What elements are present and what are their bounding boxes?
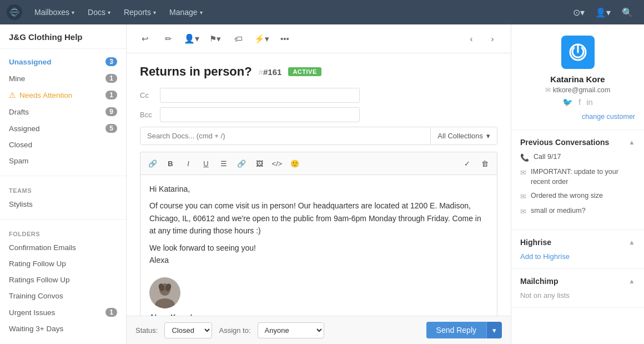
bold-button[interactable]: B [163,156,178,171]
folders-label: FOLDERS [0,226,126,240]
needs-attention-badge: 1 [105,91,117,99]
tag-button[interactable]: 🏷 [229,29,248,48]
sidebar-item-drafts[interactable]: Drafts 9 [0,103,126,120]
underline-button[interactable]: U [198,156,214,171]
nav-manage[interactable]: Manage ▾ [164,4,208,20]
check-button[interactable]: ✓ [459,156,475,171]
editor-body[interactable]: Hi Katarina, Of course you can come visi… [140,175,497,316]
sidebar-item-rating-follow-up[interactable]: Rating Follow Up [0,256,126,272]
emoji-button[interactable]: 🙂 [287,156,303,171]
reports-chevron-icon: ▾ [153,9,156,16]
signature-avatar [149,277,180,308]
cc-input[interactable] [160,88,360,103]
workflow-icon: ⚡▾ [254,34,269,44]
sidebar-item-urgent-issues[interactable]: Urgent Issues 1 [0,304,126,321]
assign-button[interactable]: 👤▾ [182,29,201,48]
edit-button[interactable]: ✏ [159,29,178,48]
prev-conv-item-3[interactable]: ✉ small or medium? [520,206,635,217]
email-icon-1: ✉ [520,168,526,178]
conversation-header: Returns in person? ##161 ACTIVE [140,64,497,79]
change-customer-link[interactable]: change customer [520,113,635,121]
collections-dropdown[interactable]: All Collections ▾ [431,132,497,140]
nav-right: ⊙▾ 👤▾ 🔍 [568,2,637,22]
sidebar-item-confirmation-emails[interactable]: Confirmation Emails [0,240,126,256]
active-badge: ACTIVE [288,67,321,76]
add-to-highrise-link[interactable]: Add to Highrise [520,252,635,261]
workflow-button[interactable]: ⚡▾ [252,29,271,48]
customer-name: Katarina Kore [520,74,635,84]
docs-chevron-icon: ▾ [108,9,110,16]
body-line-1: Hi Katarina, [149,183,488,195]
body-line-2: Of course you can come visit us in perso… [149,200,488,237]
back-icon: ↩ [142,34,149,44]
main-layout: J&G Clothing Help Unassigned 3 Mine 1 ⚠ … [0,24,644,344]
italic-button[interactable]: I [180,156,196,171]
prev-conv-collapse-button[interactable]: ▲ [628,138,635,146]
sidebar-item-training-convos[interactable]: Training Convos [0,288,126,304]
previous-conversations-section: Previous Conversations ▲ 📞 Call 9/17 ✉ I… [511,130,644,230]
list-button[interactable]: ☰ [216,156,232,171]
prev-conv-item-1[interactable]: ✉ IMPORTANT: update to your recent order [520,167,635,187]
twitter-icon[interactable]: 🐦 [562,97,573,107]
highrise-header: Highrise ▲ [520,238,635,247]
nav-docs[interactable]: Docs ▾ [82,4,116,20]
send-reply-chevron-icon: ▾ [492,326,496,335]
bcc-input[interactable] [160,107,360,122]
link-editor-button[interactable]: 🔗 [145,156,160,171]
sidebar-item-mine[interactable]: Mine 1 [0,70,126,87]
prev-conv-header: Previous Conversations ▲ [520,138,635,147]
sidebar: J&G Clothing Help Unassigned 3 Mine 1 ⚠ … [0,24,127,344]
sidebar-item-stylists[interactable]: Stylists [0,196,126,212]
status-label: Status: [135,326,158,335]
mailchimp-collapse-button[interactable]: ▲ [628,277,635,285]
image-button[interactable]: 🖼 [251,156,267,171]
highrise-collapse-button[interactable]: ▲ [628,238,635,246]
facebook-icon[interactable]: f [578,97,581,107]
flag-button[interactable]: ⚑▾ [205,29,224,48]
app-logo[interactable] [7,4,22,20]
code-button[interactable]: </> [269,156,285,171]
doc-search-input[interactable] [140,127,430,144]
top-nav: Mailboxes ▾ Docs ▾ Reports ▾ Manage ▾ ⊙▾… [0,0,644,24]
sidebar-item-unassigned[interactable]: Unassigned 3 [0,53,126,70]
status-select[interactable]: Closed Active Pending [164,322,212,338]
back-button[interactable]: ↩ [135,29,154,48]
tag-icon: 🏷 [234,34,243,43]
conversation-toolbar: ↩ ✏ 👤▾ ⚑▾ 🏷 ⚡▾ ••• ‹ [127,24,511,53]
prev-conv-item-0[interactable]: 📞 Call 9/17 [520,152,635,163]
sidebar-item-ratings-follow-up[interactable]: Ratings Follow Up [0,272,126,288]
sidebar-item-closed[interactable]: Closed [0,137,126,153]
highrise-title: Highrise [520,238,551,247]
sidebar-item-spam[interactable]: Spam [0,153,126,169]
unassigned-badge: 3 [105,57,117,66]
sidebar-item-needs-attention[interactable]: ⚠ Needs Attention 1 [0,87,126,103]
mailchimp-section: Mailchimp ▲ Not on any lists [511,269,644,308]
profile-icon[interactable]: ⊙▾ [568,2,588,22]
prev-conversation-button[interactable]: ‹ [462,29,481,48]
search-icon[interactable]: 🔍 [617,2,637,22]
user-icon[interactable]: 👤▾ [593,2,613,22]
nav-mailboxes[interactable]: Mailboxes ▾ [29,4,80,20]
assigned-badge: 5 [105,124,117,133]
prev-conv-item-2[interactable]: ✉ Ordered the wrong size [520,191,635,202]
send-reply-dropdown-button[interactable]: ▾ [486,322,502,338]
nav-arrows: ‹ › [462,29,502,48]
sidebar-item-waiting-3-days[interactable]: Waiting 3+ Days [0,321,126,337]
linkedin-icon[interactable]: in [586,97,593,107]
sidebar-item-assigned[interactable]: Assigned 5 [0,120,126,137]
assign-select[interactable]: Anyone Me Alexa [258,322,324,338]
collections-chevron-icon: ▾ [486,132,490,140]
body-line-3: We look forward to seeing you!Alexa [149,242,488,267]
mailchimp-header: Mailchimp ▲ [520,277,635,286]
send-reply-button[interactable]: Send Reply [426,322,486,338]
assign-label: Assign to: [219,326,250,335]
customer-section: Katarina Kore ✉ ktkore@gmail.com 🐦 f in … [511,24,644,130]
delete-button[interactable]: 🗑 [477,156,492,171]
more-button[interactable]: ••• [275,29,294,48]
hyperlink-button[interactable]: 🔗 [234,156,249,171]
next-conversation-button[interactable]: › [483,29,502,48]
phone-icon: 📞 [520,153,529,163]
nav-reports[interactable]: Reports ▾ [118,4,162,20]
mailchimp-title: Mailchimp [520,277,558,286]
divider-folders [0,219,126,220]
